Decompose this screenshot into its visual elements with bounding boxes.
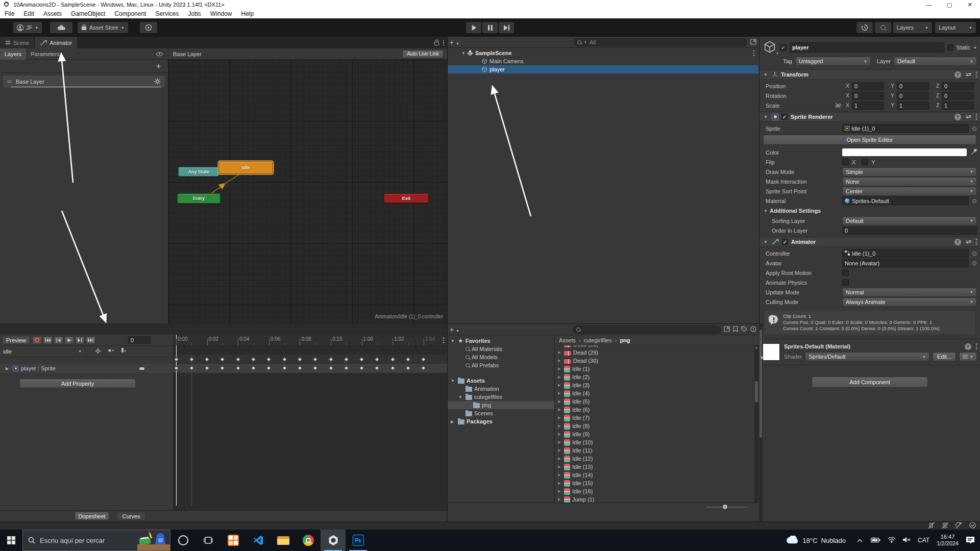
project-tree-packages[interactable]: ▶Packages bbox=[448, 417, 554, 425]
expand-arrow-icon[interactable]: ▶ bbox=[557, 359, 562, 363]
drag-handle-icon[interactable] bbox=[7, 81, 12, 83]
state-node-idle[interactable]: Idle bbox=[218, 161, 273, 174]
expand-arrow-icon[interactable]: ▶ bbox=[557, 497, 562, 502]
apply-root-motion-checkbox[interactable] bbox=[842, 269, 849, 276]
expand-arrow-icon[interactable]: ▶ bbox=[557, 375, 562, 379]
file-idle16[interactable]: ▶Idle (16) bbox=[557, 487, 754, 495]
play-button[interactable] bbox=[466, 22, 481, 33]
tray-expand-icon[interactable] bbox=[857, 537, 863, 543]
menu-jobs[interactable]: Jobs bbox=[183, 9, 205, 18]
cache-muted-icon[interactable] bbox=[942, 522, 948, 530]
row-menu-icon[interactable] bbox=[753, 50, 755, 56]
rotation-x-field[interactable]: 0 bbox=[852, 92, 884, 100]
curves-button[interactable]: Curves bbox=[116, 512, 146, 520]
help-icon[interactable]: ? bbox=[965, 343, 971, 350]
taskbar-app-xampp[interactable] bbox=[220, 530, 246, 551]
ruler-menu-icon[interactable] bbox=[443, 337, 445, 343]
search-button[interactable] bbox=[875, 22, 891, 33]
maximize-button[interactable]: ▢ bbox=[939, 2, 960, 8]
expand-arrow-icon[interactable]: ▶ bbox=[557, 465, 562, 469]
expand-arrow-icon[interactable]: ▶ bbox=[557, 489, 562, 493]
state-node-any-state[interactable]: Any State bbox=[178, 167, 219, 177]
file-idle13[interactable]: ▶Idle (13) bbox=[557, 463, 754, 471]
component-menu-icon[interactable] bbox=[976, 114, 977, 120]
tab-parameters[interactable]: Parameters bbox=[26, 48, 64, 60]
object-picker-icon[interactable]: ⊙ bbox=[972, 197, 977, 205]
menu-help[interactable]: Help bbox=[237, 9, 259, 18]
expand-arrow-icon[interactable]: ▶ bbox=[557, 399, 562, 404]
sprite-renderer-header[interactable]: ▼ ✓ Sprite Renderer ? bbox=[760, 112, 980, 122]
services-button[interactable] bbox=[140, 22, 157, 33]
file-jump1[interactable]: ▶Jump (1) bbox=[557, 495, 754, 503]
sync-muted-icon[interactable] bbox=[955, 522, 962, 530]
menu-window[interactable]: Window bbox=[206, 9, 237, 18]
file-idle11[interactable]: ▶Idle (11) bbox=[557, 446, 754, 455]
avatar-object-field[interactable]: None (Avatar) bbox=[842, 259, 969, 267]
object-picker-icon[interactable]: ⊙ bbox=[972, 125, 977, 132]
component-menu-icon[interactable] bbox=[976, 239, 977, 245]
minimize-button[interactable]: — bbox=[919, 2, 939, 8]
project-tree-assets[interactable]: ▼Assets bbox=[448, 377, 554, 385]
expand-arrow-icon[interactable]: ▼ bbox=[460, 51, 467, 56]
component-enabled-checkbox[interactable]: ✓ bbox=[782, 239, 788, 245]
material-object-field[interactable]: Sprites-Default bbox=[842, 196, 969, 205]
create-asset-button[interactable]: + ▼ bbox=[450, 325, 459, 334]
scale-z-field[interactable]: 1 bbox=[942, 102, 974, 110]
help-icon[interactable]: ? bbox=[954, 239, 961, 245]
account-button[interactable]: JF▼ bbox=[13, 22, 42, 33]
expand-arrow-icon[interactable]: ▶ bbox=[557, 416, 562, 420]
order-in-layer-field[interactable]: 0 bbox=[842, 227, 977, 235]
status-ok-icon[interactable] bbox=[969, 522, 976, 530]
open-new-window-icon[interactable] bbox=[750, 39, 756, 46]
file-idle5[interactable]: ▶Idle (5) bbox=[557, 397, 754, 406]
controller-object-field[interactable]: Idle (1)_0 bbox=[842, 249, 969, 258]
project-tree-png[interactable]: png bbox=[448, 401, 554, 409]
battery-icon[interactable] bbox=[871, 537, 880, 544]
object-picker-icon[interactable]: ⊙ bbox=[972, 250, 977, 257]
cloud-button[interactable] bbox=[50, 22, 72, 33]
taskbar-app-explorer[interactable] bbox=[271, 530, 296, 551]
auto-live-link-button[interactable]: Auto Live Link bbox=[402, 50, 444, 58]
start-button[interactable] bbox=[0, 530, 22, 551]
volume-muted-icon[interactable] bbox=[903, 537, 911, 544]
static-dropdown-icon[interactable]: ▼ bbox=[973, 46, 977, 49]
component-enabled-checkbox[interactable]: ✓ bbox=[781, 114, 788, 120]
project-tree-cutegirlfiles[interactable]: ▼cutegirlfiles bbox=[448, 393, 554, 401]
clock[interactable]: 16:47 1/2/2024 bbox=[937, 534, 959, 547]
shader-edit-button[interactable]: Edit... bbox=[933, 352, 956, 361]
state-node-exit[interactable]: Exit bbox=[384, 193, 429, 203]
object-picker-icon[interactable]: ⊙ bbox=[972, 260, 977, 267]
weather-icon[interactable] bbox=[786, 536, 799, 545]
taskbar-app-task-view[interactable] bbox=[195, 530, 220, 551]
additional-settings-label[interactable]: Additional Settings bbox=[770, 208, 821, 214]
zoom-slider[interactable] bbox=[706, 507, 747, 508]
project-scrollbar[interactable]: ▲ bbox=[754, 345, 758, 503]
hierarchy-row-player[interactable]: player bbox=[448, 65, 758, 73]
expand-arrow-icon[interactable]: ▶ bbox=[557, 424, 562, 428]
sprite-object-field[interactable]: Idle (1)_0 bbox=[842, 124, 969, 133]
search-promo-image[interactable] bbox=[137, 530, 170, 550]
expand-arrow-icon[interactable]: ▶ bbox=[451, 419, 456, 424]
file-idle1[interactable]: ▶Idle (1) bbox=[557, 365, 754, 373]
static-checkbox[interactable] bbox=[947, 44, 953, 51]
expand-arrow-icon[interactable]: ▶ bbox=[557, 345, 562, 346]
expand-arrow-icon[interactable]: ▶ bbox=[557, 448, 562, 453]
file-idle15[interactable]: ▶Idle (15) bbox=[557, 479, 754, 487]
project-tree-scenes[interactable]: Scenes bbox=[448, 409, 554, 417]
taskbar-app-vscode[interactable] bbox=[246, 530, 271, 551]
taskbar-app-chrome[interactable] bbox=[296, 530, 321, 551]
hierarchy-row-samplescene[interactable]: ▼SampleScene bbox=[448, 49, 758, 57]
expand-arrow-icon[interactable]: ▼ bbox=[458, 395, 463, 399]
help-icon[interactable]: ? bbox=[954, 114, 961, 120]
breadcrumb-assets[interactable]: Assets bbox=[559, 337, 576, 343]
layers-dropdown[interactable]: Layers▼ bbox=[893, 22, 932, 33]
expand-arrow-icon[interactable]: ▶ bbox=[557, 383, 562, 387]
draw-mode-dropdown[interactable]: Simple▼ bbox=[842, 167, 977, 177]
material-expander[interactable]: ▶ bbox=[760, 355, 766, 360]
menu-assets[interactable]: Assets bbox=[39, 9, 66, 18]
layer-settings-gear-icon[interactable] bbox=[154, 78, 161, 86]
file-idle12[interactable]: ▶Idle (12) bbox=[557, 455, 754, 463]
panel-menu-icon[interactable] bbox=[443, 40, 445, 46]
file-idle6[interactable]: ▶Idle (6) bbox=[557, 406, 754, 414]
tag-dropdown[interactable]: Untagged▼ bbox=[795, 57, 871, 66]
